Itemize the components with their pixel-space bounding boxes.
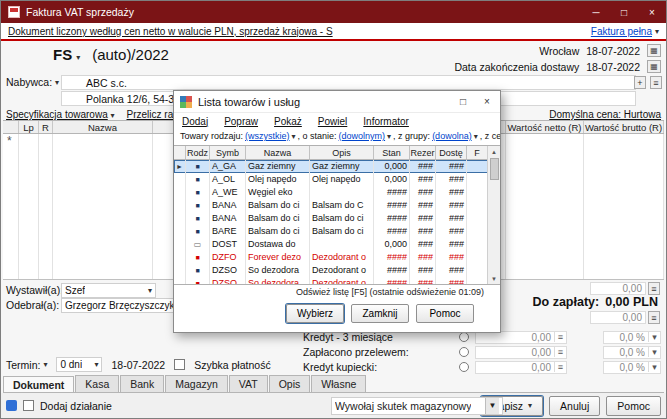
scroll-up-icon[interactable]: ▲ (491, 146, 497, 157)
buyer-name-field[interactable]: ABC s.c. (61, 75, 636, 90)
add-buyer-icon[interactable]: + (634, 76, 646, 89)
product-row-dzso[interactable]: ■DZSOSo dezodoraDezodorant o########## (174, 277, 500, 285)
column-header-name[interactable]: Nazwa (53, 121, 153, 133)
dialog-menu-powiel[interactable]: Powiel (318, 116, 347, 127)
filter-group-value[interactable]: (dowolna) (432, 131, 472, 141)
filter-state-value[interactable]: (dowolnym) (339, 131, 386, 141)
payment-percent-field[interactable]: 0,0 %▾ (603, 331, 661, 344)
product-row-a_we[interactable]: ■A_WEWęgiel eko########## (174, 186, 500, 199)
column-header-nazwa[interactable]: Nazwa (246, 146, 310, 159)
tab-dokument[interactable]: Dokument (3, 376, 74, 392)
amount-picker-icon[interactable]: ≡ (554, 362, 566, 372)
term-days-combo[interactable]: 0 dni▾ (56, 357, 102, 372)
summary-1-picker-icon[interactable]: ≡ (648, 282, 660, 295)
select-button[interactable]: Wybierz (286, 304, 344, 323)
column-header-lp[interactable]: Lp (19, 121, 39, 133)
payment-radio[interactable] (459, 332, 469, 342)
dialog-help-button[interactable]: Pomoc (416, 304, 474, 323)
percent-dropdown-icon[interactable]: ▾ (648, 362, 660, 372)
product-row-a_ga[interactable]: ►■A_GAGaz ziemnyGaz ziemny0,000###### (174, 160, 500, 173)
tab-kasa[interactable]: Kasa (75, 375, 119, 392)
dialog-scrollbar[interactable]: ▲ ▼ (487, 146, 500, 284)
city-label[interactable]: Wrocław (539, 45, 579, 57)
column-header-gross[interactable]: Wartość brutto (R) (584, 121, 664, 133)
delivery-calendar-icon[interactable]: ▦ (647, 60, 661, 73)
column-header-opis[interactable]: Opis (310, 146, 374, 159)
product-row-bana[interactable]: ■BANABalsam do ciBalsam do C########## (174, 199, 500, 212)
tab-opis[interactable]: Opis (269, 375, 311, 392)
filter-kind-value[interactable]: (wszystkie) (245, 131, 290, 141)
term-date[interactable]: 18-07-2022 (111, 359, 165, 371)
warehouse-effect-combo[interactable]: Wywołaj skutek magazynowy ▼ (331, 397, 503, 415)
column-header-r[interactable]: R (39, 121, 53, 133)
warehouse-dropdown-icon[interactable]: ▼ (485, 398, 499, 414)
quick-payment-checkbox[interactable] (174, 359, 185, 370)
scroll-thumb[interactable] (490, 158, 499, 180)
issue-date[interactable]: 18-07-2022 (586, 45, 640, 57)
summary-field-2[interactable]: 0,00 ≡ (590, 311, 660, 324)
default-price-link[interactable]: Domyślna cena: Hurtowa (549, 109, 661, 120)
delivery-date[interactable]: 18-07-2022 (586, 61, 640, 73)
tab-magazyn[interactable]: Magazyn (165, 375, 228, 392)
payment-percent-field[interactable]: 0,0 %▾ (603, 346, 661, 359)
amount-picker-icon[interactable]: ≡ (554, 332, 566, 342)
column-header-net[interactable]: Wartość netto (R) (506, 121, 584, 133)
tab-bank[interactable]: Bank (120, 375, 164, 392)
product-row-dost[interactable]: ▭DOSTDostawa do0,000###### (174, 238, 500, 251)
dialog-menu-dodaj[interactable]: Dodaj (182, 116, 208, 127)
product-row-a_ol[interactable]: ■A_OLOlej napędoOlej napędo0,000###### (174, 173, 500, 186)
dialog-menu-pokaż[interactable]: Pokaż (274, 116, 302, 127)
column-header-selector[interactable] (3, 121, 19, 133)
refresh-status[interactable]: Odśwież listę [F5] (ostatnie odświeżenie… (174, 287, 500, 300)
column-header-symb[interactable]: Symb (210, 146, 246, 159)
buyer-list-icon[interactable]: ≡ (650, 76, 662, 89)
dialog-close-icon[interactable]: × (480, 96, 494, 107)
close-icon[interactable]: × (645, 7, 659, 18)
amount-picker-icon[interactable]: ≡ (554, 347, 566, 357)
doc-type-link[interactable]: Faktura pełna (591, 26, 652, 37)
payment-radio[interactable] (459, 362, 469, 372)
doc-type-dropdown-icon[interactable]: ▾ (655, 27, 659, 36)
percent-dropdown-icon[interactable]: ▾ (648, 332, 660, 342)
scroll-down-icon[interactable]: ▼ (491, 273, 497, 284)
doc-symbol[interactable]: FS (53, 46, 72, 63)
product-row-bana[interactable]: ■BANABalsam do ciBalsam do ci########## (174, 212, 500, 225)
dialog-menu-informator[interactable]: Informator (363, 116, 409, 127)
tab-vat[interactable]: VAT (229, 375, 268, 392)
summary-field-1[interactable]: 0,00 ≡ (590, 282, 660, 295)
summary-2-picker-icon[interactable]: ≡ (648, 311, 660, 324)
column-header-rodz[interactable]: Rodz (186, 146, 210, 159)
cancel-button[interactable]: Anuluj (549, 396, 600, 416)
minimize-icon[interactable]: ─ (589, 7, 603, 18)
tab-własne[interactable]: Własne (311, 375, 366, 392)
dialog-maximize-icon[interactable]: □ (456, 96, 470, 107)
column-header-stan[interactable]: Stan (374, 146, 410, 159)
doc-settings-link[interactable]: Dokument liczony według cen netto w walu… (8, 26, 333, 37)
maximize-icon[interactable]: □ (617, 7, 631, 18)
payment-amount-field[interactable]: 0,00≡ (475, 361, 567, 374)
column-header-dostę[interactable]: Dostę (436, 146, 467, 159)
column-header-rezer[interactable]: Rezer (410, 146, 436, 159)
spec-link-block[interactable]: Specyfikacja towarowa ▾ (6, 109, 115, 120)
term-dropdown-icon[interactable]: ▾ (43, 360, 47, 369)
doc-symbol-dropdown-icon[interactable]: ▾ (76, 53, 80, 62)
percent-dropdown-icon[interactable]: ▾ (648, 347, 660, 357)
payment-percent-field[interactable]: 0,0 %▾ (603, 361, 661, 374)
save-dropdown-icon[interactable]: ▾ (528, 401, 532, 410)
payment-amount-field[interactable]: 0,00≡ (475, 346, 567, 359)
column-header-f[interactable]: F (467, 146, 487, 159)
dialog-close-button[interactable]: Zamknij (351, 304, 409, 323)
dialog-menu-popraw[interactable]: Popraw (224, 116, 258, 127)
buyer-dropdown-icon[interactable]: ▾ (55, 78, 59, 87)
column-header-selector[interactable] (174, 146, 186, 159)
calendar-icon[interactable]: ▦ (647, 44, 661, 57)
issuer-combo[interactable]: Szef▾ (61, 283, 156, 298)
product-row-dzso[interactable]: ■DZSOSo dezodoraDezodorant o########## (174, 264, 500, 277)
payment-radio[interactable] (459, 347, 469, 357)
product-row-bare[interactable]: ■BAREBalsam do ciBalsam do ci########## (174, 225, 500, 238)
doc-number[interactable]: (auto)/2022 (92, 46, 169, 63)
help-button[interactable]: Pomoc (606, 396, 661, 416)
product-row-dzfo[interactable]: ■DZFOForever dezoDezodorant o########## (174, 251, 500, 264)
term-label-block[interactable]: Termin: ▾ (6, 359, 47, 371)
add-action-checkbox[interactable] (23, 400, 34, 411)
